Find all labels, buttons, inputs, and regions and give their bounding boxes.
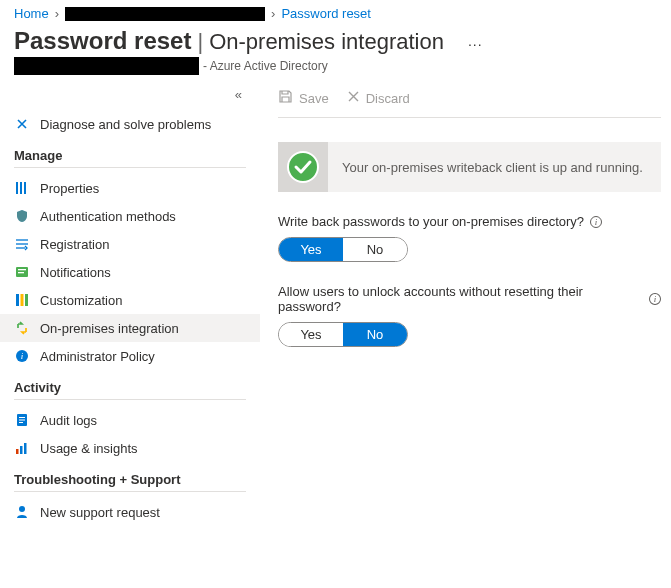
sidebar-item-audit-logs[interactable]: Audit logs — [0, 406, 260, 434]
writeback-yes-option[interactable]: Yes — [279, 238, 343, 261]
sidebar: « Diagnose and solve problems Manage Pro… — [0, 79, 260, 526]
breadcrumb-current[interactable]: Password reset — [281, 6, 371, 21]
label-text: Write back passwords to your on-premises… — [278, 214, 584, 229]
unlock-yes-option[interactable]: Yes — [279, 323, 343, 346]
sidebar-item-label: Administrator Policy — [40, 349, 155, 364]
sidebar-item-label: Audit logs — [40, 413, 97, 428]
label-text: Allow users to unlock accounts without r… — [278, 284, 643, 314]
svg-rect-0 — [16, 182, 18, 194]
svg-rect-7 — [18, 269, 26, 270]
svg-rect-9 — [16, 294, 19, 306]
page-subtitle: On-premises integration — [209, 29, 444, 55]
audit-logs-icon — [14, 412, 30, 428]
customization-icon — [14, 292, 30, 308]
sidebar-section-activity: Activity — [14, 370, 246, 400]
insights-icon — [14, 440, 30, 456]
sidebar-item-label: On-premises integration — [40, 321, 179, 336]
breadcrumb: Home › › Password reset — [0, 0, 671, 27]
sidebar-item-label: Authentication methods — [40, 209, 176, 224]
sidebar-item-auth-methods[interactable]: Authentication methods — [0, 202, 260, 230]
sidebar-item-label: Usage & insights — [40, 441, 138, 456]
discard-button[interactable]: Discard — [347, 90, 410, 106]
notifications-icon — [14, 264, 30, 280]
sidebar-item-label: Notifications — [40, 265, 111, 280]
status-banner: Your on-premises writeback client is up … — [278, 142, 661, 192]
sidebar-item-support[interactable]: New support request — [0, 498, 260, 526]
sidebar-item-notifications[interactable]: Notifications — [0, 258, 260, 286]
sync-icon — [14, 320, 30, 336]
discard-label: Discard — [366, 91, 410, 106]
status-text: Your on-premises writeback client is up … — [328, 160, 643, 175]
sidebar-item-label: Diagnose and solve problems — [40, 117, 211, 132]
sidebar-item-onprem[interactable]: On-premises integration — [0, 314, 260, 342]
svg-rect-10 — [21, 294, 24, 306]
diagnose-icon — [14, 116, 30, 132]
setting-writeback-label: Write back passwords to your on-premises… — [278, 214, 661, 229]
svg-rect-15 — [19, 417, 25, 418]
sidebar-item-label: Properties — [40, 181, 99, 196]
svg-rect-19 — [20, 446, 23, 454]
sidebar-item-label: New support request — [40, 505, 160, 520]
svg-point-22 — [288, 152, 318, 182]
info-icon[interactable]: i — [649, 293, 661, 305]
shield-icon — [14, 208, 30, 224]
save-button[interactable]: Save — [278, 89, 329, 107]
info-icon: i — [14, 348, 30, 364]
support-icon — [14, 504, 30, 520]
info-icon[interactable]: i — [590, 216, 602, 228]
svg-rect-17 — [19, 422, 23, 423]
svg-rect-8 — [18, 272, 24, 273]
sidebar-item-label: Registration — [40, 237, 109, 252]
page-header: Password reset | On-premises integration… — [0, 27, 671, 79]
more-actions-button[interactable]: ··· — [468, 36, 483, 52]
setting-writeback-toggle: Yes No — [278, 237, 408, 262]
collapse-sidebar-button[interactable]: « — [0, 83, 260, 110]
sidebar-item-admin-policy[interactable]: i Administrator Policy — [0, 342, 260, 370]
setting-unlock-toggle: Yes No — [278, 322, 408, 347]
svg-point-21 — [19, 506, 25, 512]
sidebar-item-diagnose[interactable]: Diagnose and solve problems — [0, 110, 260, 138]
title-separator: | — [197, 29, 203, 55]
svg-rect-20 — [24, 443, 27, 454]
properties-icon — [14, 180, 30, 196]
page-title: Password reset — [14, 27, 191, 55]
breadcrumb-home[interactable]: Home — [14, 6, 49, 21]
discard-icon — [347, 90, 360, 106]
unlock-no-option[interactable]: No — [343, 323, 407, 346]
sidebar-item-usage[interactable]: Usage & insights — [0, 434, 260, 462]
svg-rect-1 — [20, 182, 22, 194]
writeback-no-option[interactable]: No — [343, 238, 407, 261]
chevron-right-icon: › — [271, 6, 275, 21]
main-panel: Save Discard Your on-premises writeback … — [260, 79, 671, 526]
chevron-right-icon: › — [55, 6, 59, 21]
setting-unlock-label: Allow users to unlock accounts without r… — [278, 284, 661, 314]
registration-icon — [14, 236, 30, 252]
tenant-name-redacted — [14, 57, 199, 75]
sidebar-item-properties[interactable]: Properties — [0, 174, 260, 202]
svg-rect-18 — [16, 449, 19, 454]
svg-rect-11 — [25, 294, 28, 306]
tenant-type-label: - Azure Active Directory — [203, 59, 328, 73]
save-label: Save — [299, 91, 329, 106]
sidebar-item-registration[interactable]: Registration — [0, 230, 260, 258]
sidebar-section-manage: Manage — [14, 138, 246, 168]
sidebar-item-label: Customization — [40, 293, 122, 308]
sidebar-item-customization[interactable]: Customization — [0, 286, 260, 314]
svg-rect-16 — [19, 420, 25, 421]
save-icon — [278, 89, 293, 107]
sidebar-section-troubleshooting: Troubleshooting + Support — [14, 462, 246, 492]
success-check-icon — [278, 142, 328, 192]
breadcrumb-redacted — [65, 7, 265, 21]
svg-rect-2 — [24, 182, 26, 194]
toolbar: Save Discard — [278, 83, 661, 118]
